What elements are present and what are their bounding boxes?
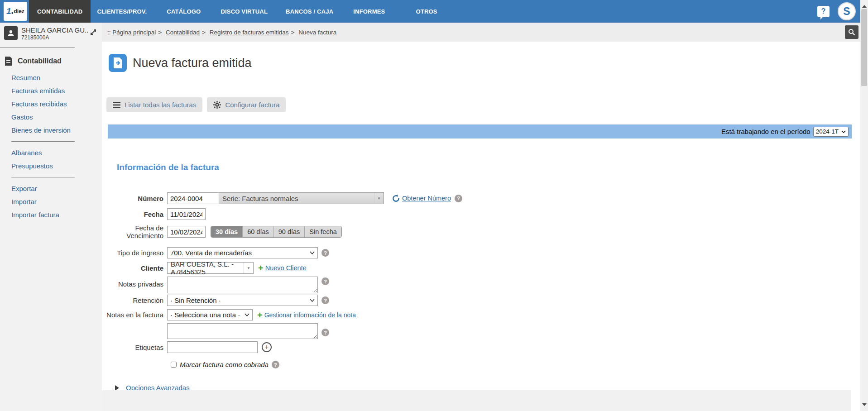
preset-sin-fecha[interactable]: Sin fecha	[304, 226, 341, 237]
sidebar-item-presupuestos[interactable]: Presupuestos	[11, 159, 102, 172]
main-menu: CONTABILIDAD CLIENTES/PROV. CATÁLOGO DIS…	[29, 0, 444, 23]
logo-text: 1	[6, 6, 11, 16]
serie-dropdown[interactable]: Serie: Facturas normales ▼	[219, 192, 384, 204]
menu-item-clientes[interactable]: CLIENTES/PROV.	[91, 0, 153, 23]
help-icon[interactable]: ?	[817, 6, 830, 17]
sidebar-item-exportar[interactable]: Exportar	[11, 182, 102, 195]
sidebar-item-importar-factura[interactable]: Importar factura	[11, 208, 102, 221]
sidebar-item-bienes-inversion[interactable]: Bienes de inversión	[11, 124, 102, 137]
fecha-input[interactable]	[167, 208, 206, 220]
cliente-combobox[interactable]: BAR CUESTA, S.L. - A78456325 ▼	[167, 262, 254, 274]
due-date-presets: 30 días 60 días 90 días Sin fecha	[211, 226, 342, 238]
sidebar-item-albaranes[interactable]: Albaranes	[11, 146, 102, 159]
menu-item-disco-virtual[interactable]: DISCO VIRTUAL	[214, 0, 274, 23]
menu-item-contabilidad[interactable]: CONTABILIDAD	[29, 0, 91, 23]
cobrada-checkbox[interactable]	[171, 362, 177, 368]
user-meta: SHEILA GARCIA GU... 72185000A	[21, 26, 88, 41]
row-retencion: Retención · Sin Retención · ?	[102, 295, 860, 306]
scroll-up-arrow[interactable]	[862, 3, 867, 8]
list-all-invoices-button[interactable]: Listar todas las facturas	[106, 97, 202, 112]
menu-item-bancos-caja[interactable]: BANCOS / CAJA	[279, 0, 340, 23]
menu-item-catalogo[interactable]: CATÁLOGO	[160, 0, 207, 23]
sidebar: SHEILA GARCIA GU... 72185000A Contabilid…	[0, 23, 102, 411]
row-numero: Número Serie: Facturas normales ▼ Obtene…	[102, 192, 860, 204]
notas-factura-value: · Selecciona una nota ·	[170, 311, 240, 319]
sidebar-item-gastos[interactable]: Gastos	[11, 110, 102, 124]
breadcrumb-link-registro-facturas[interactable]: Registro de facturas emitidas	[210, 29, 289, 36]
row-tipo-ingreso: Tipo de ingreso 700. Venta de mercadería…	[102, 247, 860, 258]
breadcrumb-bar: :: Página principal> Contabilidad> Regis…	[102, 23, 860, 42]
sidebar-item-resumen[interactable]: Resumen	[11, 71, 102, 84]
notas-factura-select[interactable]: · Selecciona una nota ·	[167, 309, 253, 320]
app-window: 1 ● diez CONTABILIDAD CLIENTES/PROV. CAT…	[0, 0, 868, 411]
page-header: Nueva factura emitida	[109, 54, 860, 72]
scroll-down-arrow[interactable]	[862, 403, 867, 408]
cobrada-label[interactable]: Marcar factura como cobrada	[180, 361, 269, 368]
preset-60-dias[interactable]: 60 días	[242, 226, 273, 237]
retencion-label: Retención	[102, 296, 167, 304]
menu-item-otros[interactable]: OTROS	[409, 0, 443, 23]
help-question-icon[interactable]: ?	[321, 296, 329, 304]
sidebar-section-header: Contabilidad	[0, 51, 102, 68]
gestionar-nota-link[interactable]: Gestionar información de la nota	[264, 311, 356, 319]
help-question-icon[interactable]: ?	[455, 195, 462, 202]
period-select[interactable]: 2024-1T	[813, 127, 849, 137]
nota-factura-textarea[interactable]	[167, 323, 318, 339]
cliente-value: BAR CUESTA, S.L. - A78456325	[171, 260, 244, 276]
preset-30-dias[interactable]: 30 días	[211, 226, 242, 237]
form-section-title: Información de la factura	[117, 162, 860, 173]
configure-invoice-button[interactable]: Configurar factura	[207, 97, 286, 112]
search-button[interactable]	[845, 25, 858, 39]
row-nota-textarea: ?	[102, 323, 860, 339]
app-logo[interactable]: 1 ● diez	[4, 2, 27, 21]
etiquetas-input[interactable]	[167, 341, 258, 353]
list-icon	[113, 102, 120, 108]
period-value: 2024-1T	[816, 128, 839, 135]
sidebar-divider	[11, 177, 75, 177]
tipo-ingreso-select[interactable]: 700. Venta de mercaderías	[167, 247, 318, 258]
refresh-icon[interactable]	[392, 194, 400, 203]
main-content: Nueva factura emitida Listar todas las f…	[102, 42, 860, 411]
vencimiento-input[interactable]	[167, 226, 206, 238]
help-question-icon[interactable]: ?	[321, 277, 329, 285]
scrollbar-thumb[interactable]	[861, 9, 867, 86]
chevron-down-icon	[841, 130, 846, 133]
row-etiquetas: Etiquetas +	[102, 341, 860, 353]
plus-icon: +	[258, 263, 264, 272]
sidebar-item-importar[interactable]: Importar	[11, 195, 102, 208]
sidebar-user: SHEILA GARCIA GU... 72185000A	[0, 23, 102, 43]
obtener-numero-link[interactable]: Obtener Número	[402, 195, 451, 202]
collapse-sidebar-icon[interactable]	[89, 28, 97, 36]
plus-icon: +	[257, 311, 263, 320]
user-avatar[interactable]: S	[838, 2, 856, 20]
nuevo-cliente-link[interactable]: Nuevo Cliente	[265, 264, 307, 272]
sidebar-item-facturas-emitidas[interactable]: Facturas emitidas	[11, 84, 102, 97]
chevron-down-icon	[310, 251, 315, 254]
row-vencimiento: Fecha de Vencimiento 30 días 60 días 90 …	[102, 224, 860, 239]
add-tag-icon[interactable]: +	[262, 342, 272, 352]
top-navbar: 1 ● diez CONTABILIDAD CLIENTES/PROV. CAT…	[0, 0, 860, 23]
breadcrumb-link-contabilidad[interactable]: Contabilidad	[166, 29, 200, 36]
search-icon	[848, 29, 855, 36]
dropdown-caret-icon: ▼	[244, 263, 253, 273]
menu-item-informes[interactable]: INFORMES	[347, 0, 391, 23]
retencion-select[interactable]: · Sin Retención ·	[167, 295, 318, 306]
sidebar-item-facturas-recibidas[interactable]: Facturas recibidas	[11, 97, 102, 110]
configure-invoice-label: Configurar factura	[225, 101, 279, 109]
breadcrumb-link-home[interactable]: Página principal	[112, 29, 156, 36]
user-id: 72185000A	[21, 34, 88, 41]
help-question-icon[interactable]: ?	[321, 329, 329, 336]
numero-input[interactable]	[167, 192, 219, 204]
period-label: Está trabajando en el período	[721, 128, 810, 135]
help-question-icon[interactable]: ?	[321, 249, 329, 257]
preset-90-dias[interactable]: 90 días	[273, 226, 305, 237]
sidebar-divider	[0, 47, 75, 48]
invoice-form: Información de la factura Número Serie: …	[102, 162, 860, 392]
chevron-down-icon	[245, 313, 249, 316]
breadcrumb-separator: >	[291, 29, 295, 36]
triangle-right-icon	[115, 385, 122, 391]
vertical-scrollbar[interactable]	[860, 0, 868, 411]
help-question-icon[interactable]: ?	[272, 361, 279, 368]
notas-privadas-textarea[interactable]	[167, 277, 318, 293]
row-cobrada: Marcar factura como cobrada ?	[171, 361, 860, 368]
